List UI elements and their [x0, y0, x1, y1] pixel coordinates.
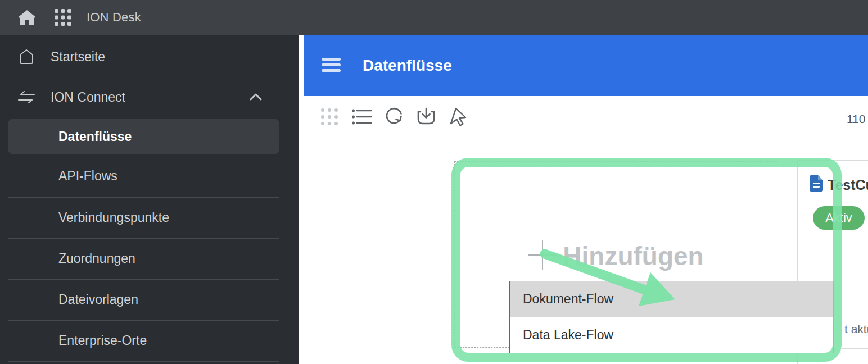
sidebar-item-label: API-Flows — [58, 169, 117, 184]
menu-item-data-lake-flow[interactable]: Data Lake-Flow — [510, 317, 833, 353]
swap-arrows-icon — [17, 88, 35, 106]
home-icon[interactable] — [16, 6, 38, 29]
import-icon[interactable] — [415, 106, 437, 128]
sidebar-item-verbindungspunkte[interactable]: Verbindungspunkte — [0, 197, 299, 238]
menu-toggle-icon[interactable] — [322, 58, 341, 72]
sidebar-item-label: Enterprise-Orte — [58, 333, 147, 348]
divider — [842, 348, 868, 349]
status-badge: Aktiv — [813, 206, 865, 230]
document-icon — [810, 175, 823, 192]
flow-card-footer-text: t aktu — [844, 322, 868, 336]
add-flow-label: Hinzufügen — [563, 241, 703, 271]
flow-card-title: TestCu — [828, 177, 868, 193]
chevron-up-icon[interactable] — [247, 89, 264, 106]
app-title: ION Desk — [87, 10, 141, 25]
sidebar-item-ion-connect[interactable]: ION Connect — [0, 84, 299, 110]
plus-icon — [528, 239, 557, 273]
sidebar-item-enterprise-orte[interactable]: Enterprise-Orte — [0, 320, 299, 361]
sidebar-item-label: Zuordnungen — [58, 251, 135, 266]
flow-count-label: 110 D — [847, 112, 868, 126]
page-title: Datenflüsse — [363, 57, 452, 75]
toolbar: 110 D — [304, 96, 868, 138]
sidebar-item-label: ION Connect — [51, 90, 125, 105]
ion-desk-window: ION Desk Startseite ION Connect — [0, 0, 868, 364]
page-header: Datenflüsse — [304, 35, 868, 96]
menu-item-dokument-flow[interactable]: Dokument-Flow — [510, 281, 833, 317]
select-pointer-icon[interactable] — [447, 106, 469, 128]
divider — [8, 361, 279, 362]
sidebar-item-label: Datenflüsse — [58, 129, 132, 144]
sidebar-item-startseite[interactable]: Startseite — [0, 44, 299, 70]
sidebar-item-zuordnungen[interactable]: Zuordnungen — [0, 238, 299, 279]
sidebar-item-datenfluesse[interactable]: Datenflüsse — [8, 119, 279, 154]
list-view-icon[interactable] — [351, 106, 373, 128]
sidebar-item-label: Verbindungspunkte — [58, 210, 169, 225]
top-app-bar: ION Desk — [0, 0, 868, 35]
refresh-icon[interactable] — [383, 106, 405, 128]
status-label: Aktiv — [825, 211, 852, 225]
sidebar: Startseite ION Connect Datenflüsse API-F… — [0, 35, 299, 364]
sidebar-item-dateivorlagen[interactable]: Dateivorlagen — [0, 279, 299, 320]
sidebar-item-label: Dateivorlagen — [58, 292, 138, 307]
home-outline-icon — [17, 48, 35, 66]
grid-view-icon[interactable] — [319, 106, 340, 128]
sidebar-item-api-flows[interactable]: API-Flows — [0, 154, 299, 197]
flow-type-dropdown: Dokument-Flow Data Lake-Flow — [509, 281, 834, 353]
app-grid-icon[interactable] — [52, 6, 74, 29]
sidebar-item-label: Startseite — [51, 49, 105, 65]
